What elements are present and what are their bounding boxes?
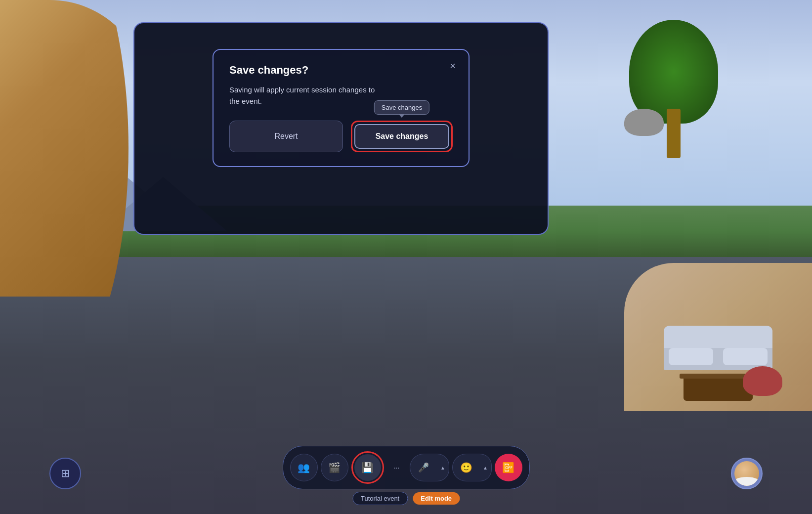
leave-button[interactable]: 📴: [495, 454, 522, 481]
mic-group: 🎤 ▲: [410, 454, 449, 481]
save-tooltip: Save changes: [374, 100, 429, 115]
emoji-chevron-button[interactable]: ▲: [480, 454, 492, 481]
people-icon: 👥: [298, 462, 310, 473]
save-disk-button[interactable]: 💾: [354, 454, 381, 481]
apps-button[interactable]: ⊞: [49, 458, 81, 489]
sofa-cushion-right: [723, 348, 768, 365]
grid-icon: ⊞: [61, 467, 70, 480]
dialog-close-button[interactable]: ×: [445, 58, 461, 74]
people-button[interactable]: 👥: [290, 454, 318, 481]
chevron-up-icon: ▲: [440, 465, 445, 471]
more-button[interactable]: ···: [387, 454, 407, 481]
video-icon: 🎬: [328, 462, 341, 473]
mode-label: Edit mode: [413, 492, 460, 505]
disk-icon: 💾: [361, 462, 374, 473]
dialog-actions: Revert Save changes Save changes: [229, 121, 453, 152]
event-label: Tutorial event: [352, 492, 408, 505]
sofa-cushion-left: [669, 348, 713, 365]
revert-button[interactable]: Revert: [229, 121, 343, 152]
tree-trunk: [667, 109, 681, 158]
chevron-up-icon-2: ▲: [483, 465, 488, 471]
emoji-group: 🙂 ▲: [452, 454, 492, 481]
coffee-table: [684, 374, 753, 401]
mic-icon: 🎤: [418, 462, 429, 473]
more-icon: ···: [394, 464, 400, 471]
status-bar: Tutorial event Edit mode: [352, 492, 460, 505]
emoji-button[interactable]: 🙂: [452, 454, 480, 481]
mic-button[interactable]: 🎤: [410, 454, 437, 481]
dialog-description: Saving will apply current session change…: [229, 85, 378, 107]
avatar-shirt: [734, 477, 759, 486]
tree-canopy: [629, 20, 718, 124]
dialog-title: Save changes?: [229, 64, 453, 77]
tree: [624, 20, 723, 158]
rock: [624, 109, 664, 136]
avatar-face: [734, 461, 759, 486]
save-dialog: × Save changes? Saving will apply curren…: [213, 49, 470, 167]
save-changes-button[interactable]: Save changes: [354, 124, 449, 149]
sofa: [664, 326, 772, 370]
dialog-container: × Save changes? Saving will apply curren…: [133, 22, 549, 235]
toolbar-main: 👥 🎬 💾 ··· 🎤 ▲ 🙂: [283, 446, 530, 489]
sofa-back: [664, 326, 772, 348]
ottoman: [743, 366, 782, 396]
avatar-button[interactable]: [731, 458, 763, 489]
mic-chevron-button[interactable]: ▲: [437, 454, 449, 481]
leave-icon: 📴: [502, 462, 514, 473]
save-disk-button-wrapper: 💾: [351, 451, 384, 484]
toolbar: 👥 🎬 💾 ··· 🎤 ▲ 🙂: [283, 446, 530, 489]
emoji-icon: 🙂: [460, 462, 472, 473]
save-button-wrapper: Save changes Save changes: [351, 121, 453, 152]
video-button[interactable]: 🎬: [321, 454, 348, 481]
